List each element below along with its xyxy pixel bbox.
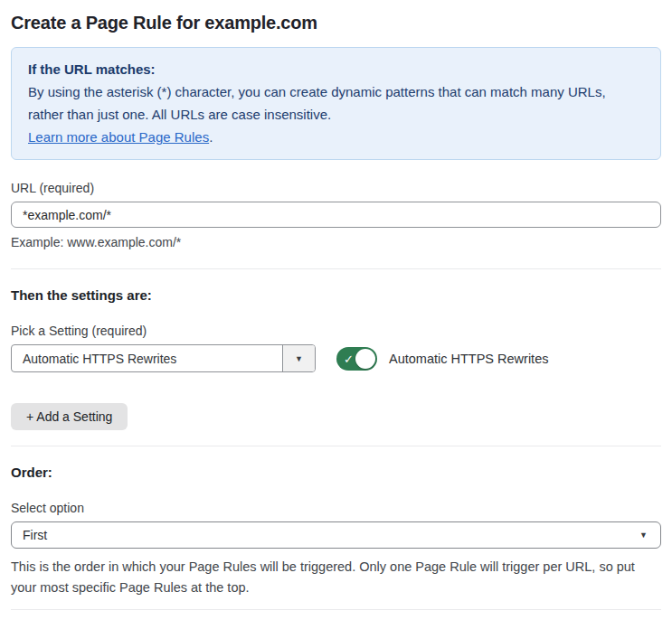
order-select-label: Select option	[11, 501, 661, 515]
settings-section-heading: Then the settings are:	[11, 287, 661, 303]
url-input[interactable]	[11, 202, 661, 228]
link-suffix: .	[209, 129, 213, 145]
learn-more-link[interactable]: Learn more about Page Rules	[28, 129, 209, 145]
order-helper-text: This is the order in which your Page Rul…	[11, 557, 644, 598]
automatic-https-rewrites-toggle[interactable]: ✓	[336, 347, 377, 371]
dropdown-arrow-icon: ▼	[295, 354, 303, 363]
check-icon: ✓	[344, 352, 354, 364]
dropdown-arrow-icon: ▼	[639, 531, 648, 540]
divider	[11, 609, 661, 610]
url-matches-info-box: If the URL matches: By using the asteris…	[11, 47, 661, 160]
order-select-value: First	[12, 528, 47, 542]
toggle-knob	[355, 349, 375, 369]
info-box-heading: If the URL matches:	[28, 58, 644, 80]
order-section-heading: Order:	[11, 465, 661, 480]
setting-select-value: Automatic HTTPS Rewrites	[12, 345, 282, 371]
setting-picker-row: Automatic HTTPS Rewrites ▼ ✓ Automatic H…	[11, 344, 661, 372]
order-select[interactable]: First ▼	[11, 521, 661, 549]
create-page-rule-panel: Create a Page Rule for example.com If th…	[0, 13, 672, 620]
divider	[11, 268, 661, 269]
add-setting-button[interactable]: + Add a Setting	[11, 403, 128, 430]
url-field-label: URL (required)	[11, 181, 661, 195]
pick-setting-label: Pick a Setting (required)	[11, 324, 661, 338]
page-title: Create a Page Rule for example.com	[11, 13, 661, 33]
url-example-helper: Example: www.example.com/*	[11, 235, 661, 249]
info-box-body: By using the asterisk (*) character, you…	[28, 80, 644, 126]
toggle-label: Automatic HTTPS Rewrites	[389, 352, 548, 366]
info-box-link-line: Learn more about Page Rules.	[28, 126, 644, 148]
setting-select-dropdown-button[interactable]: ▼	[282, 345, 315, 371]
setting-select[interactable]: Automatic HTTPS Rewrites ▼	[11, 344, 316, 372]
divider	[11, 446, 661, 446]
